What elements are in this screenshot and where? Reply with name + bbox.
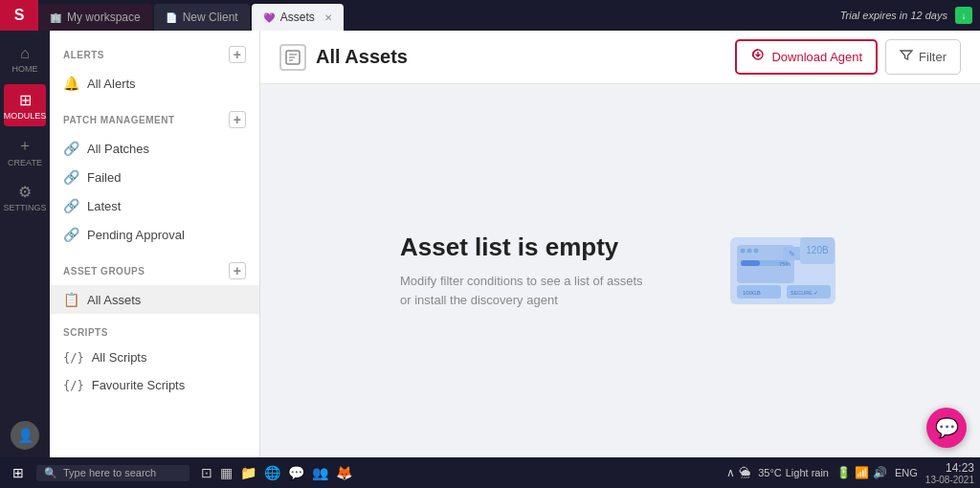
taskbar-teams-icon[interactable]: 👥: [312, 465, 328, 480]
download-icon: [750, 48, 766, 66]
sidebar-item-all-alerts[interactable]: 🔔 All Alerts: [50, 69, 259, 98]
taskbar-right: ∧ 🌦 35°C Light rain 🔋 📶 🔊 ENG 14:23 13-0…: [726, 461, 974, 485]
sidebar: ALERTS + 🔔 All Alerts PATCH MANAGEMENT +…: [50, 31, 260, 457]
taskbar-multitasking-icon[interactable]: ⊡: [201, 465, 212, 480]
taskbar-locale: ENG: [895, 467, 918, 478]
nav-item-create[interactable]: ＋ CREATE: [4, 130, 46, 172]
trial-notice: Trial expires in 12 days: [840, 10, 947, 21]
svg-text:✎: ✎: [789, 250, 795, 258]
tab-newclient-label: New Client: [183, 11, 238, 24]
all-assets-icon: 📋: [63, 292, 79, 307]
empty-state-title: Asset list is empty: [400, 233, 649, 262]
svg-text:75%: 75%: [779, 261, 791, 267]
taskbar-quick-icons: ⊡ ▦ 📁 🌐 💬 👥 🦊: [201, 465, 352, 480]
scripts-section-label: SCRIPTS: [63, 327, 108, 338]
sidebar-item-favourite-scripts[interactable]: {/} Favourite Scripts: [50, 371, 259, 399]
all-scripts-label: All Scripts: [92, 350, 147, 365]
weather-icon: 🌦: [739, 466, 750, 479]
sidebar-section-alerts-header: ALERTS +: [50, 40, 259, 69]
taskbar-chat-icon[interactable]: 💬: [288, 465, 304, 480]
sidebar-section-alerts: ALERTS + 🔔 All Alerts: [50, 40, 259, 98]
pending-icon: 🔗: [63, 227, 79, 242]
failed-label: Failed: [87, 170, 121, 185]
taskbar-battery-icon: 🔋: [836, 466, 851, 479]
patch-section-label: PATCH MANAGEMENT: [63, 115, 175, 125]
nav-modules-label: MODULES: [4, 111, 47, 121]
sidebar-item-all-assets[interactable]: 📋 All Assets: [50, 285, 259, 314]
sidebar-section-patch-header: PATCH MANAGEMENT +: [50, 105, 259, 134]
weather-condition: Light rain: [786, 467, 829, 478]
tab-assets[interactable]: 💜 Assets ✕: [252, 4, 344, 31]
empty-state-description: Modify filter conditions to see a list o…: [400, 272, 649, 309]
sidebar-item-all-patches[interactable]: 🔗 All Patches: [50, 134, 259, 163]
tab-assets-label: Assets: [280, 11, 315, 24]
filter-icon: [900, 49, 913, 65]
filter-button[interactable]: Filter: [885, 39, 961, 75]
nav-item-settings[interactable]: ⚙ SETTINGS: [4, 176, 46, 218]
taskbar-firefox-icon[interactable]: 🦊: [336, 465, 352, 480]
nav-create-label: CREATE: [8, 158, 42, 167]
main-content: All Assets Download Agent: [260, 31, 980, 457]
empty-state: Asset list is empty Modify filter condit…: [260, 84, 980, 457]
taskbar-network-icons: 🔋 📶 🔊: [836, 466, 887, 479]
svg-point-8: [747, 249, 752, 254]
chat-bubble-button[interactable]: 💬: [926, 408, 967, 448]
download-agent-button[interactable]: Download Agent: [735, 39, 878, 75]
assets-tab-icon: 💜: [263, 12, 275, 23]
nav-home-label: HOME: [12, 64, 38, 74]
patch-add-button[interactable]: +: [229, 111, 246, 128]
taskbar-search-icon: 🔍: [44, 467, 57, 479]
taskbar-explorer-icon[interactable]: 📁: [240, 465, 256, 480]
alerts-section-label: ALERTS: [63, 50, 104, 60]
all-scripts-icon: {/}: [63, 351, 84, 365]
alerts-add-button[interactable]: +: [229, 46, 246, 63]
taskbar-search-box[interactable]: 🔍 Type here to search: [36, 465, 189, 481]
taskbar-search-placeholder: Type here to search: [63, 467, 156, 478]
all-patches-icon: 🔗: [63, 141, 79, 156]
sidebar-item-latest[interactable]: 🔗 Latest: [50, 191, 259, 220]
taskbar-up-arrow-icon[interactable]: ∧: [726, 466, 735, 479]
taskbar-start-button[interactable]: ⊞: [6, 462, 31, 483]
svg-text:SECURE ✓: SECURE ✓: [791, 290, 818, 296]
header-actions: Download Agent Filter: [735, 39, 961, 75]
asset-groups-add-button[interactable]: +: [229, 262, 246, 279]
sidebar-section-assetgroups-header: ASSET GROUPS +: [50, 256, 259, 285]
taskbar: ⊞ 🔍 Type here to search ⊡ ▦ 📁 🌐 💬 👥 🦊 ∧ …: [0, 457, 980, 488]
latest-icon: 🔗: [63, 198, 79, 213]
sidebar-section-patch: PATCH MANAGEMENT + 🔗 All Patches 🔗 Faile…: [50, 105, 259, 249]
app-logo: S: [0, 0, 38, 31]
taskbar-widgets-icon[interactable]: ▦: [220, 465, 233, 480]
sidebar-item-all-scripts[interactable]: {/} All Scripts: [50, 344, 259, 371]
left-nav: ⌂ HOME ⊞ MODULES ＋ CREATE ⚙ SETTINGS 👤: [0, 31, 50, 457]
sidebar-item-pending[interactable]: 🔗 Pending Approval: [50, 220, 259, 249]
settings-icon: ⚙: [18, 183, 32, 201]
taskbar-chrome-icon[interactable]: 🌐: [264, 465, 280, 480]
clock-date: 13-08-2021: [925, 475, 974, 485]
tab-newclient[interactable]: 📄 New Client: [154, 4, 250, 31]
modules-icon: ⊞: [19, 91, 32, 109]
page-title: All Assets: [316, 46, 725, 68]
svg-point-9: [754, 249, 759, 254]
newclient-tab-icon: 📄: [166, 12, 177, 23]
favourite-scripts-icon: {/}: [63, 379, 84, 392]
sidebar-item-failed[interactable]: 🔗 Failed: [50, 163, 259, 191]
taskbar-volume-icon: 🔊: [873, 466, 887, 479]
tab-bar: 🏢 My workspace 📄 New Client 💜 Assets ✕: [38, 0, 840, 31]
page-title-icon: [279, 44, 306, 71]
latest-label: Latest: [87, 199, 121, 213]
main-header: All Assets Download Agent: [260, 31, 980, 84]
nav-item-home[interactable]: ⌂ HOME: [4, 38, 46, 80]
titlebar: S 🏢 My workspace 📄 New Client 💜 Assets ✕…: [0, 0, 980, 31]
app-body: ⌂ HOME ⊞ MODULES ＋ CREATE ⚙ SETTINGS 👤 A…: [0, 31, 980, 457]
svg-text:100GB: 100GB: [743, 290, 761, 296]
nav-item-modules[interactable]: ⊞ MODULES: [4, 84, 46, 126]
user-avatar[interactable]: 👤: [11, 421, 39, 450]
close-tab-icon[interactable]: ✕: [324, 12, 332, 23]
sidebar-section-asset-groups: ASSET GROUPS + 📋 All Assets: [50, 256, 259, 314]
weather-temp: 35°C: [758, 467, 782, 478]
sidebar-section-scripts: SCRIPTS {/} All Scripts {/} Favourite Sc…: [50, 322, 259, 399]
tab-workspace-label: My workspace: [67, 11, 141, 24]
all-patches-label: All Patches: [87, 142, 149, 156]
tab-workspace[interactable]: 🏢 My workspace: [38, 4, 152, 31]
filter-label: Filter: [919, 50, 947, 64]
